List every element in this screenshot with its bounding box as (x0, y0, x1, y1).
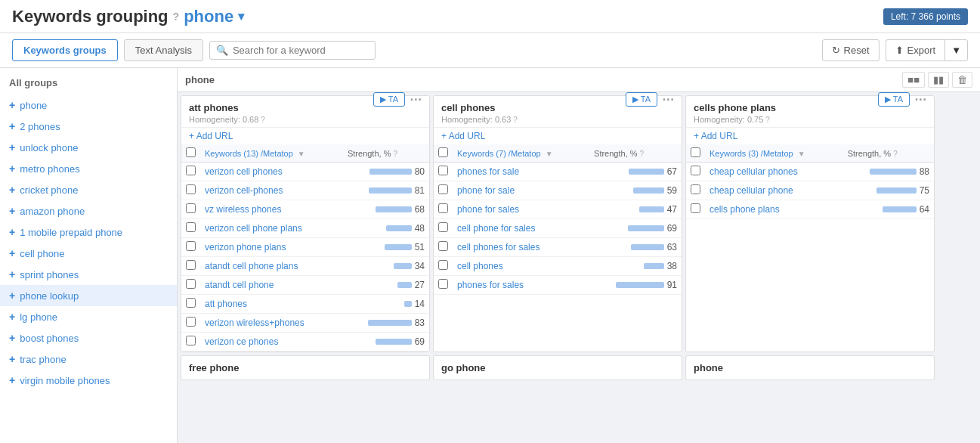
sidebar-item-sprint-phones[interactable]: + sprint phones (0, 264, 177, 285)
add-url-link[interactable]: + Add URL (686, 128, 934, 144)
metatop-link[interactable]: /Metatop (509, 149, 541, 158)
homogeneity-question-icon[interactable]: ? (261, 116, 265, 124)
row-checkbox[interactable] (186, 279, 196, 289)
row-checkbox[interactable] (438, 184, 448, 194)
keyword-cell: cell phones (453, 257, 589, 276)
row-checkbox[interactable] (438, 203, 448, 213)
row-checkbox[interactable] (186, 336, 196, 345)
select-all-checkbox[interactable] (438, 147, 448, 157)
strength-question-icon[interactable]: ? (640, 150, 645, 158)
sidebar-item-cricket-phone[interactable]: + cricket phone (0, 179, 177, 200)
sidebar-item-unlock-phone[interactable]: + unlock phone (0, 137, 177, 158)
sort-icon[interactable]: ▼ (546, 150, 553, 158)
ta-button[interactable]: ▶ TA (373, 92, 405, 107)
sidebar-item-label: 2 phones (20, 121, 60, 132)
project-caret-icon[interactable]: ▾ (238, 9, 244, 23)
keywords-count-link[interactable]: Keywords (13) (205, 149, 258, 158)
homogeneity-question-icon[interactable]: ? (513, 116, 518, 124)
sidebar-item-2-phones[interactable]: + 2 phones (0, 116, 177, 137)
row-checkbox[interactable] (186, 298, 196, 308)
row-checkbox[interactable] (691, 203, 700, 213)
strength-cell: 48 (343, 219, 429, 238)
sidebar-title: All groups (0, 74, 177, 94)
title-question-icon[interactable]: ? (173, 11, 180, 23)
table-row: vz wireless phones 68 (181, 200, 429, 219)
row-checkbox[interactable] (438, 241, 448, 251)
sidebar-item-label: cricket phone (20, 184, 78, 196)
metatop-link[interactable]: /Metatop (761, 149, 793, 158)
sidebar-item-label: 1 mobile prepaid phone (20, 227, 122, 238)
project-name[interactable]: phone (184, 7, 233, 26)
strength-cell: 34 (343, 257, 429, 276)
keyword-cell: atandt cell phone plans (200, 257, 343, 276)
table-row: cheap cellular phone 75 (686, 181, 934, 200)
sort-icon[interactable]: ▼ (798, 150, 805, 158)
sidebar-item-cell-phone[interactable]: + cell phone (0, 243, 177, 264)
reset-button[interactable]: ↻ Reset (822, 39, 880, 61)
metatop-link[interactable]: /Metatop (261, 149, 293, 158)
keyword-cell: cheap cellular phone (705, 181, 843, 200)
keyword-cell: cell phone for sales (453, 219, 589, 238)
list-view-button[interactable]: ▮▮ (928, 72, 949, 88)
sidebar-item-amazon-phone[interactable]: + amazon phone (0, 200, 177, 222)
row-checkbox[interactable] (186, 317, 196, 327)
table-row: cheap cellular phones 88 (686, 163, 934, 181)
strength-question-icon[interactable]: ? (893, 150, 898, 158)
strength-question-icon[interactable]: ? (394, 150, 398, 158)
add-url-link[interactable]: + Add URL (434, 128, 682, 144)
more-options-icon[interactable]: ⋯ (410, 92, 422, 107)
row-checkbox[interactable] (186, 222, 196, 232)
ta-button[interactable]: ▶ TA (626, 92, 657, 107)
sidebar-item-1-mobile-prepaid-phone[interactable]: + 1 mobile prepaid phone (0, 222, 177, 243)
export-caret-icon[interactable]: ▼ (944, 39, 968, 61)
sidebar-item-metro-phones[interactable]: + metro phones (0, 158, 177, 179)
keyword-cell: phone for sale (453, 181, 589, 200)
ta-button[interactable]: ▶ TA (878, 92, 910, 107)
select-all-checkbox[interactable] (186, 147, 196, 157)
card-title: att phones (189, 102, 239, 113)
select-all-checkbox[interactable] (691, 147, 700, 157)
sidebar-item-lg-phone[interactable]: + lg phone (0, 306, 177, 327)
strength-cell: 27 (343, 276, 429, 295)
strength-cell: 14 (343, 295, 429, 314)
sidebar-item-phone[interactable]: + phone (0, 94, 177, 116)
more-options-icon[interactable]: ⋯ (914, 92, 926, 107)
search-input[interactable] (233, 45, 369, 56)
sidebar-item-virgin-mobile-phones[interactable]: + virgin mobile phones (0, 370, 177, 391)
header: Keywords grouping ? phone ▾ Left: 7 366 … (0, 0, 980, 33)
sidebar-item-label: metro phones (20, 163, 80, 175)
keyword-cell: cell phones for sales (453, 238, 589, 257)
homogeneity-question-icon[interactable]: ? (765, 116, 770, 124)
sidebar-item-boost-phones[interactable]: + boost phones (0, 327, 177, 349)
row-checkbox[interactable] (691, 166, 700, 175)
row-checkbox[interactable] (186, 241, 196, 251)
search-icon: 🔍 (216, 45, 228, 56)
row-checkbox[interactable] (691, 184, 700, 194)
sidebar-item-label: boost phones (20, 333, 79, 344)
sort-icon[interactable]: ▼ (298, 150, 305, 158)
more-options-icon[interactable]: ⋯ (662, 92, 674, 107)
row-checkbox[interactable] (438, 222, 448, 232)
header-title: Keywords grouping ? phone ▾ (12, 7, 244, 26)
row-checkbox[interactable] (186, 184, 196, 194)
row-checkbox[interactable] (186, 203, 196, 213)
tab-text-analysis[interactable]: Text Analysis (124, 39, 203, 61)
keywords-count-link[interactable]: Keywords (7) (457, 149, 506, 158)
sidebar-item-trac-phone[interactable]: + trac phone (0, 349, 177, 370)
tab-keywords-groups[interactable]: Keywords groups (12, 39, 118, 61)
keywords-table: Keywords (13) /Metatop ▼ Strength, % ? v… (181, 144, 429, 352)
keywords-count-link[interactable]: Keywords (3) (709, 149, 759, 158)
export-button[interactable]: ⬆ Export (886, 39, 945, 61)
row-checkbox[interactable] (186, 166, 196, 175)
keyword-cell: verizon ce phones (200, 333, 343, 352)
row-checkbox[interactable] (438, 260, 448, 270)
plus-icon: + (9, 247, 15, 259)
row-checkbox[interactable] (186, 260, 196, 270)
row-checkbox[interactable] (438, 279, 448, 289)
search-box: 🔍 (209, 41, 376, 60)
grid-view-button[interactable]: ■■ (902, 72, 925, 88)
row-checkbox[interactable] (438, 166, 448, 175)
delete-button[interactable]: 🗑 (952, 72, 972, 88)
add-url-link[interactable]: + Add URL (181, 128, 429, 144)
sidebar-item-phone-lookup[interactable]: + phone lookup (0, 285, 177, 306)
